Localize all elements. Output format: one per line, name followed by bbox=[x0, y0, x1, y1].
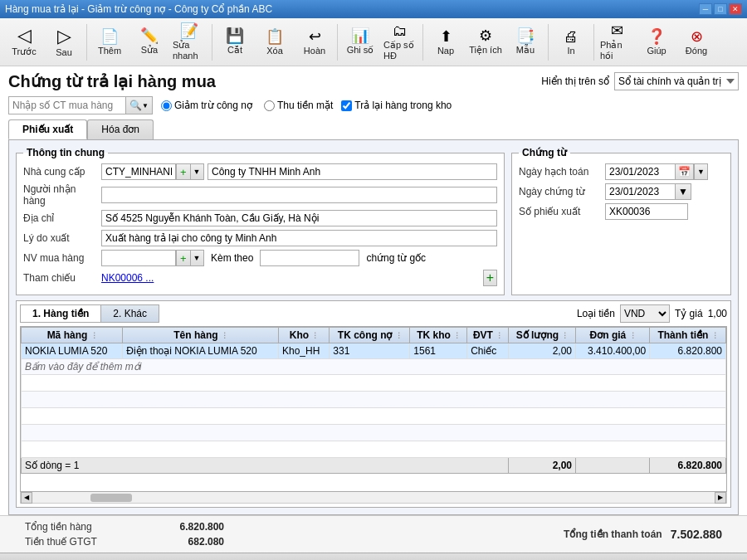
data-table-wrap: Mã hàng ⋮ Tên hàng ⋮ Kho ⋮ TK công nợ ⋮ … bbox=[20, 326, 727, 492]
radio-thu-tien[interactable]: Thu tiền mặt bbox=[264, 100, 333, 111]
footer-empty bbox=[575, 458, 649, 474]
invoice-button[interactable]: 🗂 Cấp số HĐ bbox=[381, 22, 419, 63]
close-button[interactable]: ⊗ Đóng bbox=[677, 22, 715, 63]
cell-ma-hang: NOKIA LUMIA 520 bbox=[22, 343, 123, 359]
nap-icon: ⬆ bbox=[440, 29, 452, 44]
toolbar: ◁ Trước ▷ Sau 📄 Thêm ✏️ Sửa 📝 Sửa nhanh … bbox=[0, 18, 747, 66]
print-button[interactable]: 🖨 In bbox=[552, 22, 590, 63]
ngay-ht-dropdown[interactable]: ▼ bbox=[694, 163, 708, 180]
scroll-left-btn[interactable]: ◀ bbox=[21, 492, 32, 504]
feedback-button[interactable]: ✉ Phản hồi bbox=[598, 22, 636, 63]
nha-cung-cap-code[interactable] bbox=[101, 163, 176, 180]
general-info: Thông tin chung Nhà cung cấp + ▼ Người n… bbox=[16, 147, 505, 295]
cell-ten-hang: Điện thoại NOKIA LUMIA 520 bbox=[123, 343, 279, 359]
checkbox-tra-lai[interactable]: Trả lại hàng trong kho bbox=[341, 100, 452, 111]
display-select[interactable]: Sổ tài chính và quản trị Sổ tài chính Sổ… bbox=[614, 72, 739, 90]
so-phieu-row: Số phiếu xuất bbox=[519, 203, 724, 220]
titlebar: Hàng mua trả lại - Giảm trừ công nợ - Cô… bbox=[0, 0, 747, 18]
currency-select[interactable]: VND USD bbox=[620, 304, 670, 323]
close-label: Đóng bbox=[686, 46, 707, 56]
nap-button[interactable]: ⬆ Nap bbox=[427, 22, 465, 63]
nha-cung-cap-dropdown[interactable]: ▼ bbox=[191, 163, 204, 180]
dia-chi-input[interactable] bbox=[101, 210, 497, 226]
benefit-button[interactable]: ⚙ Tiện ích bbox=[466, 22, 505, 63]
help-label: Giúp bbox=[647, 46, 666, 56]
ly-do-row: Lý do xuất bbox=[23, 230, 497, 246]
invoice-label: Cấp số HĐ bbox=[383, 40, 417, 61]
add-new-row[interactable]: Bấm vào đây để thêm mới bbox=[22, 359, 726, 375]
next-button[interactable]: ▷ Sau bbox=[45, 22, 83, 63]
titlebar-controls: ─ □ ✕ bbox=[699, 3, 742, 15]
kem-theo-input[interactable] bbox=[260, 250, 359, 266]
so-phieu-input[interactable] bbox=[605, 203, 688, 220]
data-section: 1. Hàng tiền 2. Khác Loại tiền VND USD T… bbox=[16, 300, 731, 508]
help-icon: ❓ bbox=[647, 29, 666, 44]
tham-chieu-row: Tham chiếu NK00006 ... + bbox=[23, 270, 497, 286]
radio-giam-tru[interactable]: Giảm trừ công nợ bbox=[161, 100, 252, 111]
nv-mua-input-group: + ▼ bbox=[101, 250, 201, 266]
col-ma-hang: Mã hàng ⋮ bbox=[22, 328, 123, 343]
col-tk-cong-no: TK công nợ ⋮ bbox=[330, 328, 410, 343]
general-info-title: Thông tin chung bbox=[23, 147, 108, 158]
tab-hang-tien[interactable]: 1. Hàng tiền bbox=[20, 304, 101, 323]
tab-phieu-xuat[interactable]: Phiếu xuất bbox=[8, 119, 87, 139]
nha-cung-cap-plus[interactable]: + bbox=[176, 163, 191, 180]
nv-mua-dropdown[interactable]: ▼ bbox=[191, 250, 204, 266]
radio-thu-tien-label: Thu tiền mặt bbox=[277, 100, 333, 111]
col-ten-hang: Tên hàng ⋮ bbox=[123, 328, 279, 343]
template-label: Mẫu bbox=[516, 45, 535, 56]
cancel-icon: ↩ bbox=[309, 29, 321, 44]
tab-khac[interactable]: 2. Khác bbox=[101, 304, 159, 323]
cell-kho: Kho_HH bbox=[278, 343, 329, 359]
checkbox-tra-lai-label: Trả lại hàng trong kho bbox=[354, 100, 452, 111]
scroll-bar-area[interactable]: ◀ ▶ bbox=[20, 492, 727, 504]
tham-chieu-add[interactable]: + bbox=[483, 270, 497, 286]
back-icon: ◁ bbox=[17, 27, 32, 45]
tong-tien-hang-row: Tổng tiền hàng 6.820.800 bbox=[25, 521, 374, 533]
status-text bbox=[5, 555, 7, 561]
post-label: Ghi số bbox=[347, 45, 374, 56]
table-row[interactable]: NOKIA LUMIA 520 Điện thoại NOKIA LUMIA 5… bbox=[22, 343, 726, 359]
new-button[interactable]: 📄 Thêm bbox=[90, 22, 129, 63]
currency-section: Loại tiền VND USD Tỷ giá 1,00 bbox=[577, 304, 727, 323]
tham-chieu-link[interactable]: NK00006 ... bbox=[101, 272, 154, 284]
minimize-button[interactable]: ─ bbox=[699, 3, 712, 15]
delete-button[interactable]: 📋 Xóa bbox=[256, 22, 294, 63]
display-label: Hiển thị trên sổ bbox=[541, 75, 609, 87]
chung-tu-title: Chứng từ bbox=[519, 147, 570, 158]
edit-button[interactable]: ✏️ Sửa bbox=[130, 22, 168, 63]
post-button[interactable]: 📊 Ghi số bbox=[341, 22, 379, 63]
nha-cung-cap-name[interactable] bbox=[208, 163, 497, 180]
tong-tien-hang-label: Tổng tiền hàng bbox=[25, 521, 133, 533]
ngay-ht-input[interactable] bbox=[605, 163, 676, 180]
close-title-button[interactable]: ✕ bbox=[729, 3, 742, 15]
ngay-ct-cal[interactable]: ▼ bbox=[676, 183, 691, 200]
template-button[interactable]: 📑 Mẫu bbox=[506, 22, 544, 63]
info-split: Thông tin chung Nhà cung cấp + ▼ Người n… bbox=[16, 147, 731, 295]
ly-do-input[interactable] bbox=[101, 230, 497, 246]
search-input[interactable] bbox=[9, 97, 125, 114]
cut-button[interactable]: 💾 Cắt bbox=[216, 22, 254, 63]
ngay-ct-input[interactable] bbox=[605, 183, 676, 200]
footer-so-dong: Số dòng = 1 bbox=[22, 458, 509, 474]
cancel-button[interactable]: ↩ Hoàn bbox=[295, 22, 334, 63]
edit-fast-button[interactable]: 📝 Sửa nhanh bbox=[170, 22, 208, 63]
benefit-icon: ⚙ bbox=[479, 28, 492, 43]
nha-cung-cap-label: Nhà cung cấp bbox=[23, 166, 98, 178]
search-button[interactable]: 🔍 ▼ bbox=[125, 97, 152, 114]
search-icon: 🔍 bbox=[129, 100, 142, 111]
scrollbar-handle[interactable] bbox=[90, 494, 132, 502]
nguoi-nhan-input[interactable] bbox=[101, 187, 497, 203]
ngay-ht-cal[interactable]: 📅 bbox=[676, 163, 694, 180]
back-button[interactable]: ◁ Trước bbox=[5, 22, 43, 63]
maximize-button[interactable]: □ bbox=[714, 3, 727, 15]
nv-mua-plus[interactable]: + bbox=[176, 250, 191, 266]
nv-mua-input[interactable] bbox=[101, 250, 176, 266]
nv-mua-label: NV mua hàng bbox=[23, 252, 98, 264]
footer-totals: Tổng tiền hàng 6.820.800 Tiền thuế GTGT … bbox=[0, 515, 747, 553]
tab-hoa-don[interactable]: Hóa đơn bbox=[87, 119, 154, 139]
scroll-right-btn[interactable]: ▶ bbox=[715, 492, 726, 504]
tong-tien-tt-label: Tổng tiền thanh toán bbox=[564, 528, 662, 540]
ngay-ct-label: Ngày chứng từ bbox=[519, 186, 602, 197]
help-button[interactable]: ❓ Giúp bbox=[637, 22, 676, 63]
